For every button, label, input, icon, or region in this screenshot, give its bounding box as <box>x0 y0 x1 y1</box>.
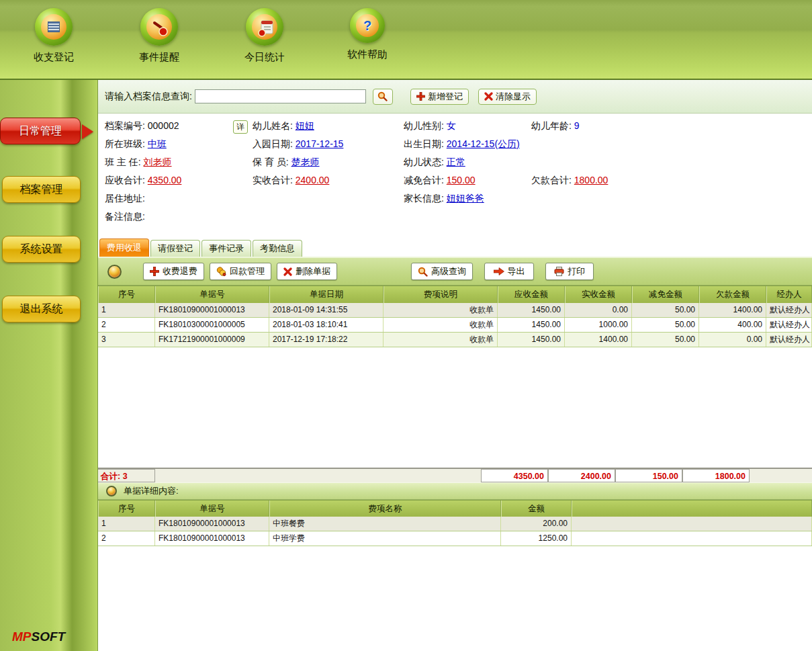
export-arrow-icon <box>494 267 504 275</box>
head-teacher-link[interactable]: 刘老师 <box>144 157 172 167</box>
detail-button[interactable]: 详 <box>233 120 248 134</box>
toolbar-item-help[interactable]: ? 软件帮助 <box>328 8 406 61</box>
status-link[interactable]: 正常 <box>447 157 465 167</box>
new-register-label: 新增登记 <box>428 91 463 103</box>
charge-refund-button[interactable]: 收费退费 <box>143 263 204 280</box>
reduction-label: 减免合计: <box>404 175 444 185</box>
collapse-sphere-button[interactable] <box>107 265 122 279</box>
tab-label: 事件记录 <box>209 243 244 255</box>
clock-needle-icon <box>150 17 169 36</box>
cell-arrears: 0.00 <box>699 333 766 347</box>
col-header-arrears[interactable]: 欠款金额 <box>699 286 766 303</box>
tab-attendance-info[interactable]: 考勤信息 <box>253 240 302 257</box>
cell-fee-desc: 收款单 <box>384 333 498 347</box>
totals-label: 合计: 3 <box>98 469 155 482</box>
fee-table-row[interactable]: 3 FK17121900001000009 2017-12-19 17:18:2… <box>98 333 812 347</box>
cell-operator: 默认经办人 <box>766 333 812 347</box>
receivable-link[interactable]: 4350.00 <box>148 175 182 185</box>
tab-label: 费用收退 <box>107 242 142 254</box>
col-header-seq[interactable]: 序号 <box>98 286 155 303</box>
action-toolbar: 收费退费 回款管理 删除单据 <box>98 257 812 286</box>
cell-reduction: 50.00 <box>632 333 699 347</box>
cell-received: 1000.00 <box>565 318 632 332</box>
export-button[interactable]: 导出 <box>484 263 534 280</box>
cell-fee-desc: 收款单 <box>384 303 498 317</box>
detail-collapse-sphere-button[interactable] <box>106 486 117 496</box>
caregiver-link[interactable]: 楚老师 <box>291 157 320 167</box>
tab-fee-collect-refund[interactable]: 费用收退 <box>99 238 149 257</box>
table-empty-area <box>98 347 812 468</box>
col-header-received[interactable]: 实收金额 <box>565 286 632 303</box>
sidebar-item-label: 档案管理 <box>20 183 63 197</box>
search-button[interactable] <box>373 89 393 105</box>
toolbar-item-event-reminder[interactable]: 事件提醒 <box>120 8 198 64</box>
help-icon: ? <box>350 8 385 43</box>
parent-label: 家长信息: <box>404 193 444 204</box>
new-register-button[interactable]: 新增登记 <box>410 89 469 105</box>
cell-bill-date: 2017-12-19 17:18:22 <box>269 333 384 347</box>
logo-soft: SOFT <box>32 630 66 644</box>
cell-operator: 默认经办人 <box>766 318 812 332</box>
search-icon <box>377 91 388 101</box>
clear-display-button[interactable]: 清除显示 <box>478 89 537 105</box>
sidebar-item-daily-management[interactable]: 日常管理 <box>0 118 81 144</box>
col-header-receivable[interactable]: 应收金额 <box>498 286 565 303</box>
col-header-amount[interactable]: 金额 <box>501 501 572 517</box>
advanced-query-button[interactable]: 高级查询 <box>411 263 473 280</box>
ledger-glyph-icon <box>48 21 60 32</box>
toolbar-item-income-register[interactable]: 收支登记 <box>15 8 93 64</box>
fee-table-row[interactable]: 2 FK18010300001000005 2018-01-03 18:10:4… <box>98 318 812 333</box>
print-button[interactable]: 打印 <box>545 263 594 280</box>
age-value: 9 <box>574 120 580 131</box>
child-name-link[interactable]: 妞妞 <box>296 120 314 131</box>
received-link[interactable]: 2400.00 <box>296 175 330 185</box>
class-link[interactable]: 中班 <box>148 138 167 149</box>
col-header-reduction[interactable]: 减免金额 <box>632 286 699 303</box>
tab-leave-register[interactable]: 请假登记 <box>150 240 200 257</box>
col-header-bill-date[interactable]: 单据日期 <box>269 286 384 303</box>
question-mark-glyph-icon: ? <box>363 18 371 34</box>
search-input[interactable] <box>195 89 366 103</box>
col-header-operator[interactable]: 经办人 <box>766 286 812 303</box>
col-header-bill-no[interactable]: 单据号 <box>155 286 269 303</box>
delete-bill-button[interactable]: 删除单据 <box>277 263 337 280</box>
arrears-label: 欠款合计: <box>531 175 572 185</box>
arrears-link[interactable]: 1800.00 <box>574 175 608 185</box>
receivable-label: 应收合计: <box>105 175 145 185</box>
cell-received: 1400.00 <box>565 333 632 347</box>
cell-bill-no: FK18010900001000013 <box>155 531 269 546</box>
col-header-fee-name[interactable]: 费项名称 <box>269 501 501 517</box>
sidebar-item-archive-management[interactable]: 档案管理 <box>2 176 81 203</box>
cell-fee-name: 中班学费 <box>269 531 501 546</box>
sidebar-item-system-settings[interactable]: 系统设置 <box>2 236 81 263</box>
detail-table-row[interactable]: 1 FK18010900001000013 中班餐费 200.00 <box>98 517 812 531</box>
total-receivable: 4350.00 <box>481 469 548 482</box>
cell-bill-date: 2018-01-09 14:31:55 <box>269 303 384 317</box>
col-header-bill-no[interactable]: 单据号 <box>155 501 269 517</box>
total-received: 2400.00 <box>548 469 615 482</box>
birth-date-link[interactable]: 2014-12-15(公历) <box>447 138 520 149</box>
sidebar-item-exit-system[interactable]: 退出系统 <box>2 296 81 322</box>
received-label: 实收合计: <box>253 175 293 185</box>
col-header-seq[interactable]: 序号 <box>98 501 155 517</box>
archive-no-value: 000002 <box>148 120 179 131</box>
main-content: 请输入档案信息查询: 新增登记 <box>97 80 812 651</box>
cell-arrears: 1400.00 <box>699 303 766 317</box>
payment-management-button[interactable]: 回款管理 <box>210 263 271 280</box>
parent-link[interactable]: 妞妞爸爸 <box>447 193 484 204</box>
col-header-fee-desc[interactable]: 费项说明 <box>384 286 498 303</box>
cell-seq: 3 <box>98 333 155 347</box>
detail-table-row[interactable]: 2 FK18010900001000013 中班学费 1250.00 <box>98 531 812 546</box>
cell-receivable: 1450.00 <box>498 318 565 332</box>
print-label: 打印 <box>568 265 585 277</box>
tab-event-record[interactable]: 事件记录 <box>201 240 251 257</box>
enroll-date-link[interactable]: 2017-12-15 <box>296 138 344 149</box>
reduction-link[interactable]: 150.00 <box>447 175 476 185</box>
detail-section-title: 单据详细内容: <box>124 485 179 497</box>
status-label: 幼儿状态: <box>404 157 444 167</box>
fee-table-row[interactable]: 1 FK18010900001000013 2018-01-09 14:31:5… <box>98 303 812 318</box>
cell-bill-no: FK18010900001000013 <box>155 517 269 531</box>
toolbar-item-today-stats[interactable]: 今日统计 <box>226 8 304 64</box>
cell-receivable: 1450.00 <box>498 333 565 347</box>
tab-label: 请假登记 <box>158 243 193 255</box>
